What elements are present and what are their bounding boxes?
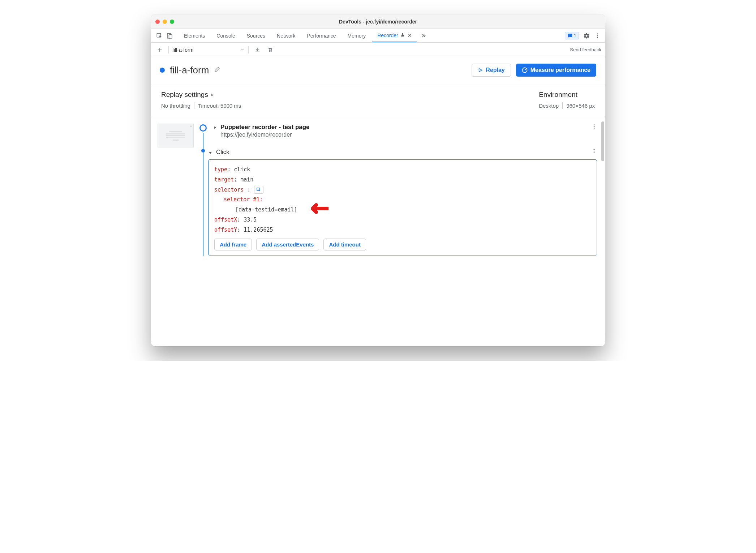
recording-selector[interactable]: fill-a-form bbox=[172, 47, 245, 53]
tab-memory[interactable]: Memory bbox=[343, 29, 371, 42]
step-start-marker bbox=[199, 124, 207, 132]
select-element-icon[interactable] bbox=[254, 186, 263, 194]
maximize-window-button[interactable] bbox=[170, 20, 174, 24]
recorder-toolbar: fill-a-form Send feedback bbox=[151, 43, 605, 57]
device-toolbar-icon[interactable] bbox=[166, 33, 173, 39]
page-thumbnail bbox=[158, 124, 194, 147]
replay-settings-heading[interactable]: Replay settings bbox=[161, 91, 241, 99]
kebab-menu-icon[interactable] bbox=[594, 33, 601, 39]
svg-point-7 bbox=[594, 126, 595, 127]
close-window-button[interactable] bbox=[155, 20, 160, 24]
step-menu-icon[interactable] bbox=[591, 124, 597, 131]
traffic-lights bbox=[155, 20, 174, 24]
step-title: Puppeteer recorder - test page bbox=[220, 124, 310, 131]
step-url: https://jec.fyi/demo/recorder bbox=[220, 132, 310, 138]
tab-network[interactable]: Network bbox=[272, 29, 300, 42]
expand-step-icon[interactable] bbox=[213, 125, 217, 131]
issues-badge[interactable]: 1 bbox=[565, 32, 579, 39]
measure-performance-button[interactable]: Measure performance bbox=[516, 64, 596, 77]
tab-console[interactable]: Console bbox=[211, 29, 240, 42]
close-tab-icon[interactable]: ✕ bbox=[408, 33, 412, 38]
recording-title: fill-a-form bbox=[170, 65, 209, 76]
annotation-arrow-icon bbox=[311, 201, 328, 216]
svg-point-11 bbox=[594, 152, 595, 153]
export-icon[interactable] bbox=[252, 45, 262, 55]
settings-section: Replay settings No throttling Timeout: 5… bbox=[151, 84, 605, 117]
titlebar: DevTools - jec.fyi/demo/recorder bbox=[151, 14, 605, 29]
device-value: Desktop bbox=[539, 103, 559, 109]
tab-elements[interactable]: Elements bbox=[179, 29, 210, 42]
inspect-element-icon[interactable] bbox=[156, 33, 163, 39]
svg-point-9 bbox=[594, 149, 595, 150]
environment-heading: Environment bbox=[539, 91, 595, 99]
step-menu-icon[interactable] bbox=[591, 148, 597, 156]
more-tabs-icon[interactable] bbox=[418, 29, 429, 42]
selector-value[interactable]: [data-testid=email] bbox=[235, 206, 297, 213]
gear-icon[interactable] bbox=[583, 33, 590, 39]
timeout-value: Timeout: 5000 ms bbox=[198, 103, 241, 109]
add-timeout-button[interactable]: Add timeout bbox=[323, 239, 366, 250]
steps-content: Puppeteer recorder - test page https://j… bbox=[151, 117, 605, 346]
step-marker bbox=[201, 149, 205, 153]
add-asserted-events-button[interactable]: Add assertedEvents bbox=[256, 239, 319, 250]
minimize-window-button[interactable] bbox=[163, 20, 167, 24]
tab-recorder[interactable]: Recorder ✕ bbox=[372, 29, 417, 42]
devtools-tabstrip: Elements Console Sources Network Perform… bbox=[151, 29, 605, 43]
collapse-step-icon[interactable] bbox=[208, 150, 212, 156]
replay-button[interactable]: Replay bbox=[472, 64, 511, 77]
flask-icon bbox=[400, 32, 405, 38]
chevron-right-icon bbox=[210, 91, 214, 99]
delete-icon[interactable] bbox=[265, 45, 275, 55]
edit-icon[interactable] bbox=[214, 66, 220, 74]
tab-performance[interactable]: Performance bbox=[302, 29, 341, 42]
window-title: DevTools - jec.fyi/demo/recorder bbox=[151, 19, 605, 25]
recording-status-dot bbox=[160, 68, 165, 73]
add-frame-button[interactable]: Add frame bbox=[214, 239, 252, 250]
recording-header: fill-a-form Replay Measure performance bbox=[151, 57, 605, 84]
viewport-value: 960×546 px bbox=[566, 103, 595, 109]
svg-point-8 bbox=[594, 128, 595, 129]
svg-point-5 bbox=[597, 37, 598, 38]
svg-point-3 bbox=[597, 33, 598, 34]
svg-point-6 bbox=[594, 124, 595, 125]
svg-rect-2 bbox=[169, 35, 172, 38]
send-feedback-link[interactable]: Send feedback bbox=[570, 47, 601, 52]
step-label: Click bbox=[216, 149, 229, 156]
svg-point-4 bbox=[597, 35, 598, 36]
devtools-window: DevTools - jec.fyi/demo/recorder Element… bbox=[151, 14, 605, 346]
throttling-value: No throttling bbox=[161, 103, 190, 109]
add-recording-icon[interactable] bbox=[155, 45, 165, 55]
chevron-down-icon bbox=[240, 47, 245, 53]
tab-sources[interactable]: Sources bbox=[242, 29, 270, 42]
svg-point-10 bbox=[594, 151, 595, 152]
step-details-box[interactable]: type: click target: main selectors: bbox=[208, 159, 597, 256]
scrollbar-thumb[interactable] bbox=[601, 121, 604, 161]
